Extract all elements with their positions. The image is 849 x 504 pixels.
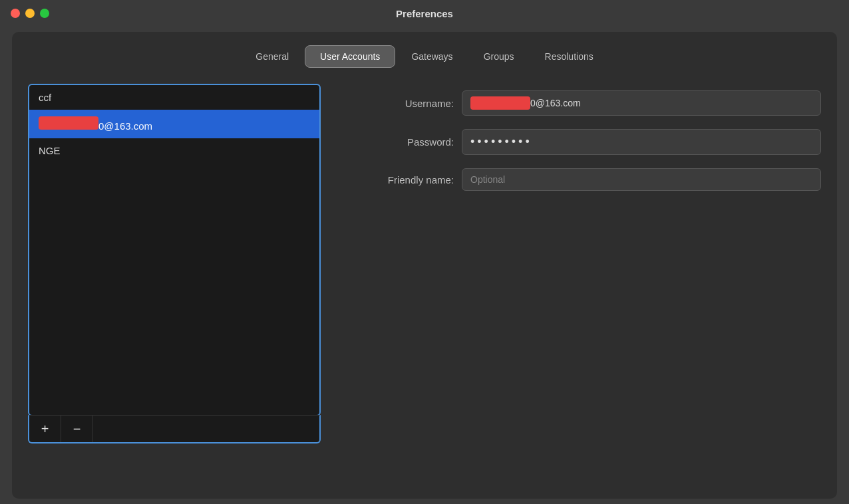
friendly-name-label: Friendly name:	[361, 174, 454, 186]
accounts-list[interactable]: ccf 0@163.com NGE	[28, 84, 321, 416]
tab-general[interactable]: General	[241, 45, 303, 68]
username-suffix: 0@163.com	[98, 120, 152, 132]
password-label: Password:	[361, 136, 454, 148]
username-row: Username: 0@163.com	[361, 90, 821, 116]
form-panel: Username: 0@163.com Password: Friendly n…	[361, 84, 821, 191]
username-suffix: 0@163.com	[530, 98, 581, 108]
accounts-panel: ccf 0@163.com NGE + −	[28, 84, 321, 443]
friendly-name-input[interactable]	[462, 168, 821, 191]
content-area: ccf 0@163.com NGE + − Username: 0@163.co…	[28, 84, 821, 443]
close-button[interactable]	[11, 9, 20, 18]
username-label: Username:	[361, 98, 454, 109]
password-input[interactable]	[462, 129, 821, 155]
tabs-bar: General User Accounts Gateways Groups Re…	[28, 45, 821, 68]
toolbar-spacer	[93, 416, 319, 442]
username-redacted	[470, 96, 530, 110]
remove-account-button[interactable]: −	[61, 416, 93, 442]
list-item[interactable]: ccf	[29, 85, 319, 110]
tab-user-accounts[interactable]: User Accounts	[305, 45, 395, 68]
tab-resolutions[interactable]: Resolutions	[530, 45, 608, 68]
minimize-button[interactable]	[25, 9, 35, 18]
add-account-button[interactable]: +	[29, 416, 61, 442]
maximize-button[interactable]	[40, 9, 49, 18]
friendly-name-row: Friendly name:	[361, 168, 821, 191]
tab-groups[interactable]: Groups	[469, 45, 529, 68]
redacted-username	[39, 116, 98, 130]
tab-gateways[interactable]: Gateways	[397, 45, 467, 68]
titlebar: Preferences	[0, 0, 849, 27]
main-content: General User Accounts Gateways Groups Re…	[12, 32, 837, 499]
window-controls	[11, 9, 49, 18]
window-title: Preferences	[396, 8, 453, 19]
list-item[interactable]: NGE	[29, 138, 319, 163]
accounts-toolbar: + −	[28, 415, 321, 443]
password-row: Password:	[361, 129, 821, 155]
list-item[interactable]: 0@163.com	[29, 110, 319, 138]
username-value-field: 0@163.com	[462, 90, 821, 116]
